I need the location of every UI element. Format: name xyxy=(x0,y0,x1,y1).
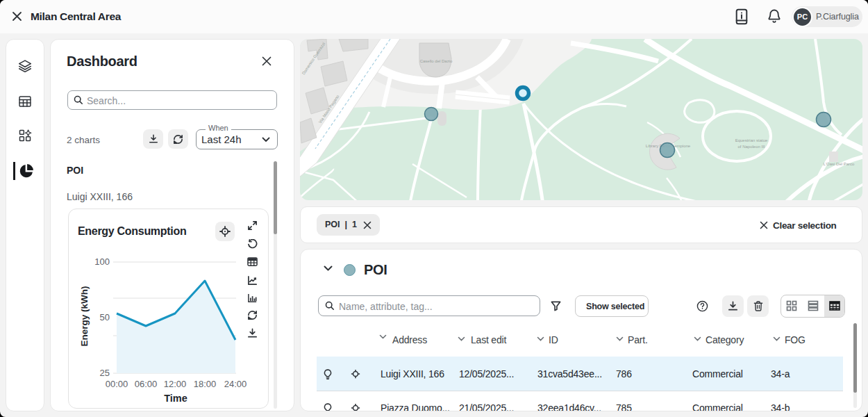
svg-text:100: 100 xyxy=(94,256,110,267)
svg-text:00:00: 00:00 xyxy=(106,379,128,389)
svg-text:50: 50 xyxy=(100,312,110,322)
svg-text:L'Oasi Del Parco: L'Oasi Del Parco xyxy=(824,162,855,166)
svg-text:06:00: 06:00 xyxy=(135,379,158,389)
svg-text:18:00: 18:00 xyxy=(194,379,217,389)
svg-text:Casello del Dazio: Casello del Dazio xyxy=(420,59,453,63)
svg-text:24:00: 24:00 xyxy=(224,379,247,389)
svg-text:25: 25 xyxy=(100,368,110,378)
svg-text:Energy (kWh): Energy (kWh) xyxy=(79,286,90,346)
svg-text:12:00: 12:00 xyxy=(164,379,187,389)
svg-text:of Napoleon III: of Napoleon III xyxy=(737,145,765,149)
svg-text:Time: Time xyxy=(164,393,187,404)
svg-text:Equestrian statue: Equestrian statue xyxy=(735,138,768,142)
